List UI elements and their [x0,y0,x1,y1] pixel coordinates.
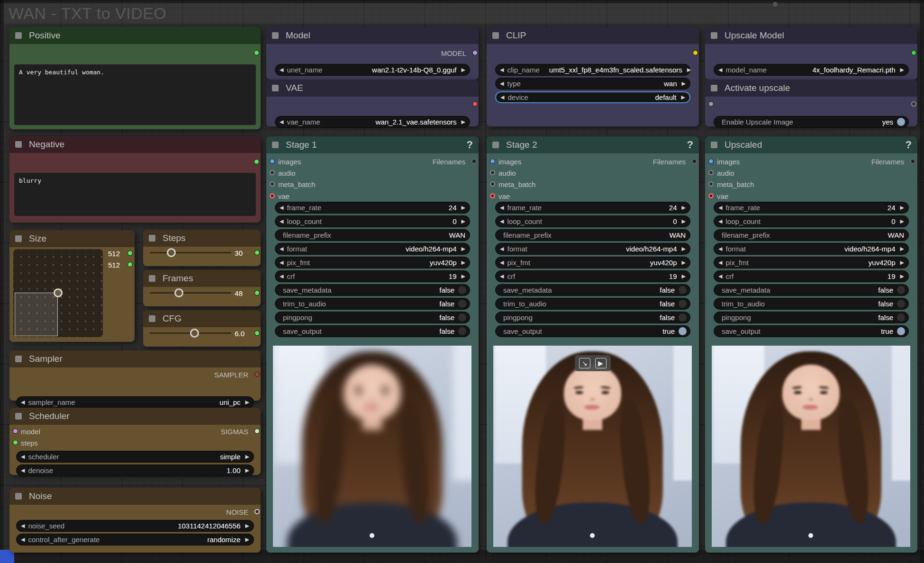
node-scheduler-header[interactable]: Scheduler [9,408,261,425]
decrement-arrow-icon[interactable]: ◀ [718,67,722,73]
toggle-knob[interactable] [679,313,687,322]
meta-batch-input-dot[interactable] [708,181,714,187]
decrement-arrow-icon[interactable]: ◀ [280,259,283,266]
node-steps-header[interactable]: Steps [143,230,261,247]
sampler-output-dot[interactable] [254,372,260,377]
format-widget[interactable]: ◀ format video/h264-mp4 ▶ [275,243,470,255]
meta-batch-input-dot[interactable] [490,181,495,187]
collapse-icon[interactable] [272,85,279,91]
toggle-knob[interactable] [679,300,687,308]
pingpong-toggle[interactable]: pingpong false [275,312,470,323]
size-canvas-widget[interactable] [13,249,103,337]
decrement-arrow-icon[interactable]: ◀ [500,259,504,266]
size-drag-handle[interactable] [54,288,63,297]
toggle-knob[interactable] [897,327,905,335]
increment-arrow-icon[interactable]: ▶ [462,259,465,266]
toggle-knob[interactable] [897,286,905,294]
noise-seed-widget[interactable]: ◀ noise_seed 1031142412046556 ▶ [16,520,254,532]
increment-arrow-icon[interactable]: ▶ [462,119,465,125]
model-input-dot[interactable] [13,429,18,434]
collapse-icon[interactable] [15,413,22,420]
decrement-arrow-icon[interactable]: ◀ [718,259,722,266]
node-frames[interactable]: Frames 48 [143,270,261,306]
node-negative[interactable]: Negative blurry [9,136,261,223]
scheduler-widget[interactable]: ◀ scheduler simple ▶ [16,451,254,463]
audio-input-dot[interactable] [708,170,714,175]
frame-rate-widget[interactable]: ◀ frame_rate 24 ▶ [275,202,470,214]
node-negative-header[interactable]: Negative [9,136,261,153]
pingpong-toggle[interactable]: pingpong false [495,312,690,323]
unet-name-widget[interactable]: ◀ unet_name wan2.1-t2v-14b-Q8_0.gguf ▶ [275,64,470,76]
model-output-dot[interactable] [472,50,478,55]
node-graph-canvas[interactable]: WAN - TXT to VIDEO Positive A very beaut… [0,0,924,563]
decrement-arrow-icon[interactable]: ◀ [718,273,722,279]
decrement-arrow-icon[interactable]: ◀ [21,467,25,474]
node-upscaled-header[interactable]: Upscaled ? [705,136,917,153]
vae-input-dot[interactable] [270,193,275,198]
node-clip-header[interactable]: CLIP [487,27,699,44]
decrement-arrow-icon[interactable]: ◀ [280,67,283,73]
frames-output-dot[interactable] [254,290,260,295]
collapse-icon[interactable] [15,493,22,500]
collapse-icon[interactable] [15,141,22,148]
node-frames-header[interactable]: Frames [143,270,261,287]
conditioning-output-dot[interactable] [254,50,259,55]
denoise-widget[interactable]: ◀ denoise 1.00 ▶ [16,465,254,476]
node-size[interactable]: Size 512 512 [9,230,135,342]
decrement-arrow-icon[interactable]: ◀ [718,205,722,211]
node-sampler[interactable]: Sampler SAMPLER ◀ sampler_name uni_pc ▶ [9,350,261,401]
decrement-arrow-icon[interactable]: ◀ [21,536,25,543]
audio-input-dot[interactable] [490,170,495,175]
upscale-model-output-dot[interactable] [911,50,916,55]
pix-fmt-widget[interactable]: ◀ pix_fmt yuv420p ▶ [495,257,690,268]
upscale-model-name-widget[interactable]: ◀ model_name 4x_foolhardy_Remacri.pth ▶ [714,64,909,76]
node-cfg-header[interactable]: CFG [143,310,261,327]
vae-input-dot[interactable] [708,193,714,198]
increment-arrow-icon[interactable]: ▶ [462,67,465,73]
save-output-toggle[interactable]: save_output true [714,325,909,337]
collapse-icon[interactable] [149,315,155,322]
images-input-dot[interactable] [708,159,714,164]
increment-arrow-icon[interactable]: ▶ [682,259,686,266]
control-after-generate-widget[interactable]: ◀ control_after_generate randomize ▶ [16,534,254,545]
collapse-icon[interactable] [149,235,155,241]
toggle-knob[interactable] [679,286,687,294]
increment-arrow-icon[interactable]: ▶ [245,536,249,543]
toggle-knob[interactable] [458,313,466,322]
cfg-output-dot[interactable] [254,331,260,336]
collapse-icon[interactable] [149,275,155,282]
steps-output-dot[interactable] [254,250,260,255]
increment-arrow-icon[interactable]: ▶ [900,259,904,266]
save-metadata-toggle[interactable]: save_metadata false [275,284,470,296]
decrement-arrow-icon[interactable]: ◀ [280,119,283,125]
vae-output-dot[interactable] [472,101,478,107]
frames-slider-track[interactable] [150,292,231,294]
node-stage2[interactable]: Stage 2 ? images Filenames audio meta_ba… [487,136,699,553]
steps-slider-track[interactable] [150,252,231,253]
width-output-dot[interactable] [127,250,133,256]
images-input-dot[interactable] [270,159,275,164]
filenames-output-dot[interactable] [910,159,915,164]
collapse-icon[interactable] [492,32,499,39]
toggle-knob[interactable] [897,313,905,322]
decrement-arrow-icon[interactable]: ◀ [500,94,504,100]
clip-name-widget[interactable]: ◀ clip_name umt5_xxl_fp8_e4m3fn_scaled.s… [495,64,690,76]
collapse-icon[interactable] [711,142,717,148]
crf-widget[interactable]: ◀ crf 19 ▶ [275,270,470,282]
sigmas-output-dot[interactable] [254,429,260,434]
node-vae-header[interactable]: VAE [266,80,479,97]
decrement-arrow-icon[interactable]: ◀ [280,218,283,224]
toggle-knob[interactable] [458,286,466,294]
crf-widget[interactable]: ◀ crf 19 ▶ [714,270,909,282]
node-steps[interactable]: Steps 30 [143,230,261,266]
increment-arrow-icon[interactable]: ▶ [682,80,686,87]
vae-input-dot[interactable] [490,193,495,198]
toggle-knob[interactable] [897,118,905,126]
loop-count-widget[interactable]: ◀ loop_count 0 ▶ [275,215,470,227]
loop-count-widget[interactable]: ◀ loop_count 0 ▶ [495,215,690,227]
trim-to-audio-toggle[interactable]: trim_to_audio false [714,298,909,310]
pingpong-toggle[interactable]: pingpong false [714,312,909,323]
node-scheduler[interactable]: Scheduler model SIGMAS steps ◀ scheduler… [9,408,261,475]
negative-prompt-textarea[interactable]: blurry [14,173,256,216]
filenames-output-dot[interactable] [692,159,697,164]
